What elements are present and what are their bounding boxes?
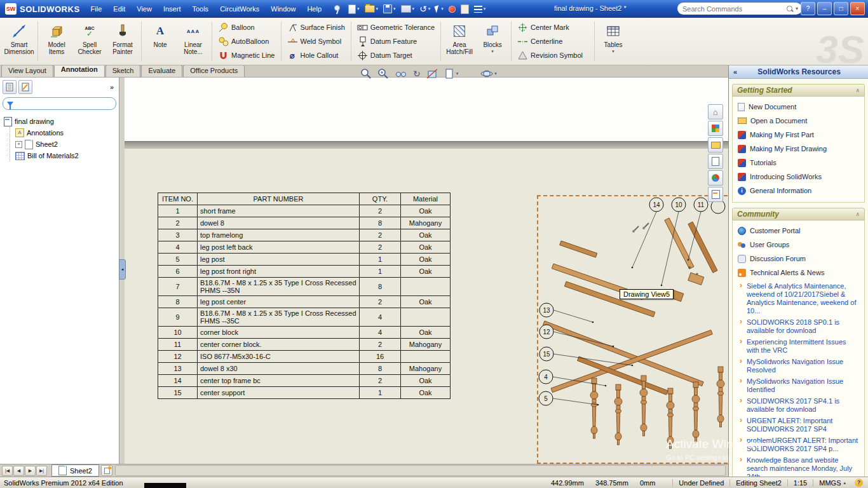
add-sheet-button[interactable]	[101, 465, 112, 476]
news-item[interactable]: MySolidworks Navigation Issue Resolved	[739, 356, 860, 376]
news-item[interactable]: MySolidworks Navigation Issue Identified	[739, 376, 860, 396]
autoballoon-tool[interactable]: AutoBalloon	[215, 36, 278, 48]
news-item[interactable]: Siebel & Analytics Maintenance, weekend …	[739, 281, 860, 317]
first-part-link[interactable]: Making My First Part	[735, 128, 862, 142]
status-help-icon[interactable]	[855, 478, 863, 487]
news-item[interactable]: SOLIDWORKS 2018 SP0.1 is available for d…	[739, 317, 860, 337]
dropdown-icon[interactable]: ▾	[428, 6, 431, 11]
open-button[interactable]: ▾	[363, 4, 381, 14]
units-selector[interactable]: MMGS ▴	[819, 479, 846, 487]
hole-callout-tool[interactable]: ⌀ Hole Callout	[285, 50, 348, 62]
search-input[interactable]	[681, 4, 786, 13]
tutorials-link[interactable]: Tutorials	[735, 156, 862, 170]
appearances-tab[interactable]	[708, 170, 723, 186]
community-header[interactable]: Community ∧	[732, 208, 865, 220]
tree-item-sheet2[interactable]: Sheet2	[15, 139, 119, 150]
search-dropdown-icon[interactable]: ▾	[796, 6, 798, 11]
bom-row[interactable]: 6 leg post front right 1 Oak	[158, 266, 451, 278]
dropdown-icon[interactable]: ▾	[612, 49, 614, 54]
customer-portal-link[interactable]: Customer Portal	[735, 224, 862, 238]
zoom-fit-button[interactable]	[360, 67, 372, 80]
news-item[interactable]: Knowledge Base and website search mainte…	[739, 455, 860, 477]
chevron-up-icon[interactable]: ∧	[855, 211, 860, 217]
menu-item[interactable]: CircuitWorks	[214, 0, 265, 18]
last-sheet-button[interactable]: ▶|	[36, 466, 47, 476]
news-item[interactable]: URGENT ALERT: Important SOLIDWORKS 2017 …	[739, 416, 860, 435]
zoom-area-button[interactable]	[377, 67, 390, 80]
dropdown-icon[interactable]: ▾	[441, 6, 444, 11]
introducing-solidworks-link[interactable]: Introducing SolidWorks	[735, 170, 862, 184]
copy-button[interactable]	[459, 3, 471, 15]
tab-annotation[interactable]: Annotation	[54, 64, 105, 77]
new-document-button[interactable]: ▾	[346, 3, 362, 15]
magnetic-line-tool[interactable]: Magnetic Line	[215, 50, 278, 62]
dropdown-icon[interactable]: ▾	[412, 6, 415, 11]
balloon[interactable]: 5	[539, 391, 553, 405]
center-mark-tool[interactable]: Center Mark	[515, 22, 585, 34]
note-tool[interactable]: A Note	[144, 20, 177, 63]
units-dropdown-icon[interactable]: ▴	[843, 480, 846, 485]
bom-row[interactable]: 12 ISO 8677-M5x30-16-C 16	[158, 351, 451, 363]
general-information-link[interactable]: General Information	[735, 184, 862, 198]
balloon[interactable]: 15	[539, 347, 553, 361]
news-item[interactable]: SOLIDWORKS 2017 SP4.1 is available for d…	[739, 396, 860, 416]
collapse-pane-icon[interactable]: «	[729, 68, 742, 76]
balloon[interactable]: 4	[539, 370, 553, 384]
geometric-tolerance-tool[interactable]: Geometric Tolerance	[355, 22, 437, 34]
centerline-tool[interactable]: Centerline	[515, 36, 585, 48]
help-button[interactable]: ?	[801, 2, 815, 15]
section-view-button[interactable]	[426, 67, 438, 80]
resources-tab[interactable]: ⌂	[708, 104, 723, 119]
balloon[interactable]: 14	[649, 198, 663, 212]
panel-collapse-handle[interactable]: ◂	[119, 259, 126, 280]
format-painter-tool[interactable]: Format Painter	[106, 20, 139, 63]
bom-row[interactable]: 1 short frame 2 Oak	[158, 205, 451, 217]
options-button[interactable]: ▾	[472, 4, 488, 14]
bom-row[interactable]: 14 center top frame bc 2 Oak	[158, 375, 451, 387]
tab-sketch[interactable]: Sketch	[105, 65, 141, 77]
menu-item[interactable]: Edit	[107, 0, 131, 18]
menu-item[interactable]: Insert	[158, 0, 187, 18]
revision-symbol-tool[interactable]: Revision Symbol	[515, 50, 585, 62]
weld-symbol-tool[interactable]: Weld Symbol	[285, 36, 348, 48]
balloon[interactable]: 13	[539, 303, 553, 317]
first-drawing-link[interactable]: Making My First Drawing	[735, 142, 862, 156]
balloon[interactable]: 11	[694, 198, 708, 212]
menu-item[interactable]: Window	[265, 0, 301, 18]
tab-evaluate[interactable]: Evaluate	[141, 65, 182, 77]
bom-row[interactable]: 2 dowel 8 8 Mahogany	[158, 217, 451, 229]
open-document-link[interactable]: Open a Document	[735, 114, 862, 128]
tree-filter-box[interactable]	[3, 97, 116, 110]
first-sheet-button[interactable]: |◀	[2, 466, 13, 476]
save-button[interactable]: ▾	[381, 3, 398, 15]
view-palette-tab[interactable]	[708, 154, 723, 169]
bom-row[interactable]: 11 center corner block. 2 Mahogany	[158, 339, 451, 351]
balloon-tool[interactable]: Balloon	[215, 22, 278, 34]
technical-alerts-link[interactable]: Technical Alerts & News	[735, 266, 862, 280]
search-commands-box[interactable]: ▾	[677, 3, 802, 15]
sheet-tab-active[interactable]: Sheet2	[51, 464, 99, 477]
tree-item-annotations[interactable]: Annotations	[15, 127, 119, 139]
record-macro-button[interactable]	[447, 4, 458, 14]
bom-row[interactable]: 9 B18.6.7M - M8 x 1.25 x 35 Type I Cross…	[158, 308, 451, 327]
sheet-format-button[interactable]: ▾	[443, 67, 459, 80]
news-item[interactable]: Experiencing Intermittent Issues with th…	[739, 337, 860, 356]
datum-target-tool[interactable]: Datum Target	[355, 50, 437, 62]
panel-overflow-button[interactable]: »	[110, 83, 116, 91]
dropdown-icon[interactable]: ▾	[456, 71, 459, 76]
chevron-up-icon[interactable]: ∧	[855, 87, 860, 93]
view-orientation-button[interactable]: ▾	[480, 67, 498, 80]
design-library-tab[interactable]	[708, 121, 723, 136]
tab-view-layout[interactable]: View Layout	[1, 65, 53, 77]
maximize-button[interactable]: □	[834, 2, 848, 15]
bom-row[interactable]: 15 center support 1 Oak	[158, 387, 451, 399]
file-explorer-tab[interactable]	[708, 137, 723, 152]
tree-root-item[interactable]: final drawing	[4, 116, 119, 127]
surface-finish-tool[interactable]: Surface Finish	[285, 22, 348, 34]
datum-feature-tool[interactable]: Datum Feature	[355, 36, 437, 48]
bom-row[interactable]: 8 leg post center 2 Oak	[158, 296, 451, 308]
bom-row[interactable]: 13 dowel 8 x30 8 Mahogany	[158, 363, 451, 375]
user-groups-link[interactable]: User Groups	[735, 238, 862, 252]
menu-item[interactable]: View	[131, 0, 158, 18]
dropdown-icon[interactable]: ▾	[491, 49, 494, 54]
